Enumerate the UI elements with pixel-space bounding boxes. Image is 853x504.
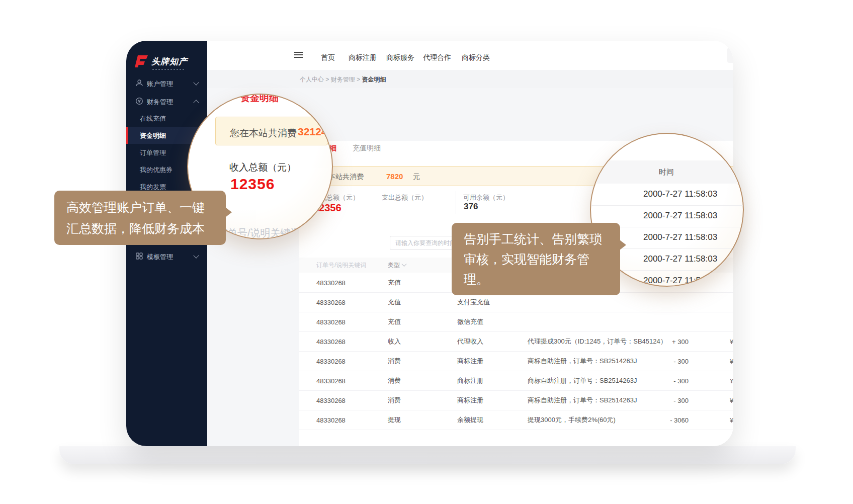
breadcrumb-personal-center[interactable]: 个人中心	[300, 76, 324, 83]
chevron-down-icon	[193, 79, 199, 85]
breadcrumb-separator: >	[325, 76, 329, 83]
callout-arrow-right-icon	[620, 240, 626, 250]
table-row: 48330268提现余额提现提现3000元，手续费2%(60元)- 3060¥1…	[299, 410, 733, 430]
banner-unit: 元	[413, 173, 420, 182]
magnified-banner-text: 您在本站共消费	[230, 127, 297, 140]
template-icon	[135, 252, 143, 260]
table-row: 48330268消费商标注册商标自助注册，订单号：SB2514263J- 300…	[299, 390, 733, 410]
finance-icon	[135, 97, 143, 105]
available-balance-value: 376	[464, 202, 478, 212]
table-row: 48330268收入代理收入代理提成300元（ID:1245，订单号：SB451…	[299, 331, 733, 352]
sidebar-item-finance[interactable]: 财务管理	[126, 93, 207, 111]
top-navbar: 首页 商标注册 商标服务 代理合作 商标分类	[207, 41, 733, 70]
chevron-down-icon	[402, 262, 407, 267]
magnified-time-row: 2000-7-27 11:58:03	[591, 184, 744, 206]
chevron-down-icon	[193, 253, 199, 258]
nav-trademark-category[interactable]: 商标分类	[462, 53, 490, 62]
nav-trademark-register[interactable]: 商标注册	[349, 53, 377, 62]
sidebar-item-label: 财务管理	[147, 98, 173, 107]
logo-subtext	[152, 69, 186, 70]
breadcrumb: 个人中心 > 财务管理 > 资金明细	[300, 75, 386, 84]
nav-home[interactable]: 首页	[321, 53, 335, 62]
page-canvas: 头牌知产 账户管理 财务管理	[0, 0, 853, 504]
magnified-income-label: 收入总额（元）	[229, 161, 296, 174]
callout-right: 告别手工统计、告别繁琐审核，实现智能财务管理。	[452, 223, 620, 295]
nav-agent-cooperation[interactable]: 代理合作	[423, 53, 451, 62]
sidebar-item-label: 账户管理	[147, 79, 173, 89]
nav-trademark-service[interactable]: 商标服务	[386, 53, 414, 62]
user-icon	[135, 79, 143, 87]
trademark-search-input[interactable]	[727, 48, 733, 63]
callout-arrow-right-icon	[225, 207, 232, 217]
tab-recharge-details[interactable]: 充值明细	[353, 144, 381, 153]
breadcrumb-bar: 个人中心 > 财务管理 > 资金明细	[207, 70, 733, 88]
table-row: 48330268充值支付宝充值2000-7-27 11:58:03	[299, 292, 733, 312]
breadcrumb-finance[interactable]: 财务管理	[331, 76, 355, 83]
available-balance-label: 可用余额（元）	[463, 193, 509, 202]
brand-name: 头牌知产	[151, 56, 188, 67]
breadcrumb-current: 资金明细	[362, 76, 386, 83]
stats-divider	[456, 191, 456, 214]
order-keyword-header[interactable]: 订单号/说明关键词	[316, 261, 366, 270]
type-header[interactable]: 类型	[388, 261, 406, 270]
sidebar-item-online-recharge[interactable]: 在线充值	[126, 110, 207, 127]
table-row: 48330268消费商标注册商标自助注册，订单号：SB2514263J- 300…	[299, 371, 733, 391]
magnified-tab-label: 资金明细	[240, 94, 279, 105]
breadcrumb-separator: >	[357, 76, 360, 83]
callout-left: 高效管理账户订单、一键汇总数据，降低财务成本	[54, 191, 226, 245]
sidebar-item-label: 模板管理	[147, 253, 173, 262]
table-row: 48330268充值微信充值2000-7-27 11:58:03	[299, 312, 733, 332]
chevron-up-icon	[193, 100, 199, 105]
expense-total-label: 支出总额（元）	[382, 193, 428, 202]
banner-amount: 7820	[386, 172, 403, 181]
hamburger-menu-icon[interactable]	[294, 52, 303, 53]
magnified-time-header: 时间	[659, 167, 674, 177]
callout-right-text: 告别手工统计、告别繁琐审核，实现智能财务管理。	[464, 232, 602, 286]
sidebar-item-template[interactable]: 模板管理	[126, 247, 207, 266]
table-row: 48330268消费商标注册商标自助注册，订单号：SB2514263J- 300…	[299, 351, 733, 371]
laptop-base	[59, 446, 796, 464]
magnified-time-header-band: 时间	[591, 160, 744, 184]
logo-icon	[133, 55, 148, 68]
sidebar-item-account[interactable]: 账户管理	[126, 74, 207, 93]
magnified-banner: 您在本站共消费 32124	[215, 117, 328, 145]
callout-left-text: 高效管理账户订单、一键汇总数据，降低财务成本	[66, 200, 205, 235]
magnified-income-value: 12356	[230, 176, 275, 193]
